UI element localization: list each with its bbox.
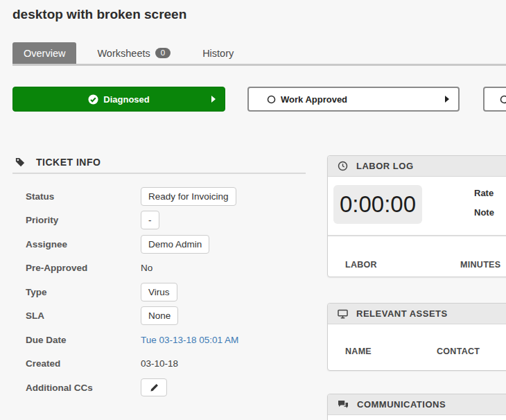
relevant-assets-header: RELEVANT ASSETS xyxy=(328,304,506,324)
workflow-diagnosed-button[interactable]: Diagnosed xyxy=(12,87,225,112)
minutes-column-header: MINUTES xyxy=(460,260,500,270)
pencil-icon xyxy=(150,383,159,392)
field-row-pre-approved: Pre-Approved No xyxy=(26,256,306,281)
tag-icon xyxy=(15,157,25,167)
field-row-type: Type Virus xyxy=(26,280,306,304)
tab-bar: Overview Worksheets 0 History xyxy=(12,42,506,66)
contact-column-header: CONTACT xyxy=(437,347,480,356)
rate-label: Rate xyxy=(474,188,494,198)
field-row-sla: SLA None xyxy=(26,304,306,329)
page-title: desktop with broken screen xyxy=(12,7,186,22)
workflow-diagnosed-label: Diagnosed xyxy=(103,94,149,105)
priority-label: Priority xyxy=(26,215,141,225)
workflow-work-approved-button[interactable]: Work Approved xyxy=(247,87,460,112)
assignee-label: Assignee xyxy=(26,239,141,250)
comments-icon xyxy=(338,400,349,410)
worksheets-count-badge: 0 xyxy=(155,48,171,59)
field-row-due-date: Due Date Tue 03-13-18 05:01 AM xyxy=(26,328,306,352)
tab-history-label: History xyxy=(202,48,234,59)
tab-history[interactable]: History xyxy=(191,42,245,64)
due-date-link[interactable]: Tue 03-13-18 05:01 AM xyxy=(141,335,238,345)
workflow-work-approved-label: Work Approved xyxy=(281,94,347,105)
note-label: Note xyxy=(474,207,494,218)
circle-outline-icon xyxy=(500,95,506,104)
tab-worksheets-label: Worksheets xyxy=(97,48,150,59)
due-date-label: Due Date xyxy=(26,335,141,345)
tab-worksheets[interactable]: Worksheets 0 xyxy=(86,42,182,64)
caret-right-icon xyxy=(445,96,449,103)
additional-ccs-edit-button[interactable] xyxy=(141,378,167,396)
clock-icon xyxy=(338,161,348,171)
priority-value-button[interactable]: - xyxy=(141,211,159,229)
ticket-info-fields: Status Ready for Invoicing Priority - As… xyxy=(26,184,306,400)
created-label: Created xyxy=(26,358,141,369)
ticket-info-title: TICKET INFO xyxy=(36,157,101,168)
ticket-info-header: TICKET INFO xyxy=(15,157,101,168)
communications-title: COMMUNICATIONS xyxy=(357,399,446,410)
caret-right-icon xyxy=(211,96,216,103)
labor-log-title: LABOR LOG xyxy=(356,161,414,171)
labor-log-panel: LABOR LOG 0:00:00 Rate Note LABOR MINUTE… xyxy=(327,155,506,277)
field-row-created: Created 03-10-18 xyxy=(26,352,306,376)
communications-header: COMMUNICATIONS xyxy=(328,394,506,415)
name-column-header: NAME xyxy=(345,347,372,356)
sla-value-button[interactable]: None xyxy=(141,306,178,325)
relevant-assets-title: RELEVANT ASSETS xyxy=(356,308,448,319)
communications-panel: COMMUNICATIONS xyxy=(327,394,506,420)
monitor-icon xyxy=(338,309,348,319)
right-column: LABOR LOG 0:00:00 Rate Note LABOR MINUTE… xyxy=(327,155,506,420)
workflow-next-button[interactable] xyxy=(483,87,506,112)
circle-outline-icon xyxy=(267,95,276,104)
sla-label: SLA xyxy=(26,310,141,321)
field-row-priority: Priority - xyxy=(26,209,306,233)
tab-overview-label: Overview xyxy=(24,48,65,59)
type-label: Type xyxy=(26,287,141,297)
field-row-additional-ccs: Additional CCs xyxy=(26,376,306,400)
assignee-value-button[interactable]: Demo Admin xyxy=(141,235,209,254)
status-label: Status xyxy=(26,191,141,202)
labor-table-divider xyxy=(328,235,506,236)
pre-approved-label: Pre-Approved xyxy=(26,263,141,273)
check-circle-icon xyxy=(88,94,98,105)
labor-log-header: LABOR LOG xyxy=(328,156,506,177)
additional-ccs-label: Additional CCs xyxy=(26,383,141,393)
relevant-assets-panel: RELEVANT ASSETS NAME CONTACT xyxy=(327,303,506,371)
field-row-status: Status Ready for Invoicing xyxy=(26,184,306,209)
field-row-assignee: Assignee Demo Admin xyxy=(26,232,306,256)
type-value-button[interactable]: Virus xyxy=(141,283,177,301)
status-value-button[interactable]: Ready for Invoicing xyxy=(141,187,236,206)
ticket-info-divider xyxy=(12,173,306,174)
created-value: 03-10-18 xyxy=(141,358,178,369)
pre-approved-value: No xyxy=(141,263,152,273)
tab-overview[interactable]: Overview xyxy=(12,42,76,64)
labor-timer-display[interactable]: 0:00:00 xyxy=(333,185,422,224)
labor-column-header: LABOR xyxy=(345,260,377,270)
